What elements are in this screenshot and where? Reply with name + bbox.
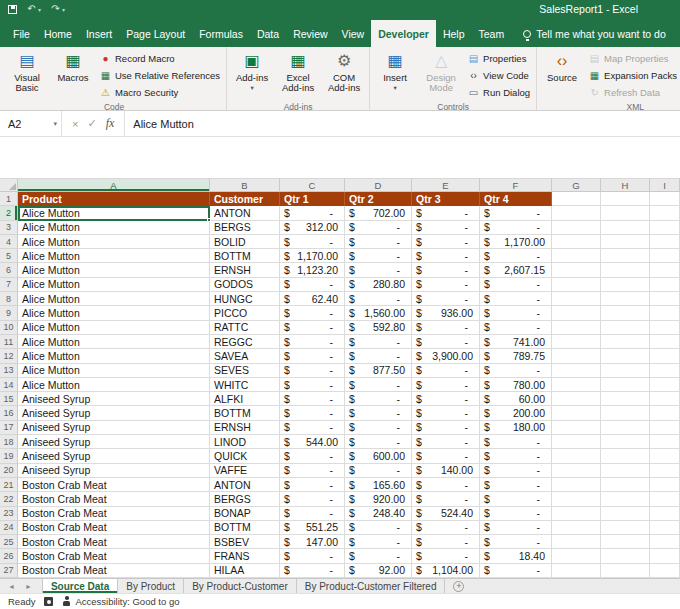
- cell-A8[interactable]: Alice Mutton: [18, 292, 210, 306]
- ribbon-tab-help[interactable]: Help: [436, 20, 472, 47]
- cell-D21[interactable]: $165.60: [345, 478, 412, 492]
- cell-D19[interactable]: $600.00: [345, 449, 412, 463]
- cell-I3[interactable]: [650, 221, 680, 235]
- row-header-27[interactable]: 27: [0, 564, 18, 578]
- cell-C9[interactable]: $-: [280, 306, 345, 320]
- cell-G24[interactable]: [552, 521, 601, 535]
- column-header-B[interactable]: B: [210, 178, 280, 192]
- cell-F12[interactable]: $789.75: [480, 349, 552, 363]
- cell-H17[interactable]: [601, 421, 650, 435]
- cell-F22[interactable]: $-: [480, 492, 552, 506]
- cell-I21[interactable]: [650, 478, 680, 492]
- tell-me-box[interactable]: Tell me what you want to do: [523, 28, 666, 40]
- cell-A17[interactable]: Aniseed Syrup: [18, 421, 210, 435]
- cell-A19[interactable]: Aniseed Syrup: [18, 449, 210, 463]
- column-header-G[interactable]: G: [552, 178, 601, 192]
- accessibility-status[interactable]: Accessibility: Good to go: [62, 596, 179, 607]
- cell-E4[interactable]: $-: [412, 235, 480, 249]
- cell-G13[interactable]: [552, 364, 601, 378]
- cell-D23[interactable]: $248.40: [345, 507, 412, 521]
- cell-G27[interactable]: [552, 564, 601, 578]
- sheet-nav-left-icon[interactable]: ◄: [8, 583, 15, 590]
- macro-security-button[interactable]: ⚠Macro Security: [96, 84, 224, 101]
- cancel-icon[interactable]: ×: [72, 118, 78, 130]
- cell-C23[interactable]: $-: [280, 507, 345, 521]
- row-header-23[interactable]: 23: [0, 507, 18, 521]
- view-code-button[interactable]: ‹›View Code: [464, 67, 534, 84]
- cell-G11[interactable]: [552, 335, 601, 349]
- cell-E19[interactable]: $-: [412, 449, 480, 463]
- cell-B17[interactable]: ERNSH: [210, 421, 280, 435]
- cell-G20[interactable]: [552, 464, 601, 478]
- row-header-2[interactable]: 2: [0, 206, 18, 220]
- cell-F5[interactable]: $-: [480, 249, 552, 263]
- cell-G19[interactable]: [552, 449, 601, 463]
- cell-H20[interactable]: [601, 464, 650, 478]
- cell-D18[interactable]: $-: [345, 435, 412, 449]
- cell-E14[interactable]: $-: [412, 378, 480, 392]
- undo-button[interactable]: ↶▾: [26, 4, 41, 14]
- cell-F6[interactable]: $2,607.15: [480, 263, 552, 277]
- cell-I6[interactable]: [650, 263, 680, 277]
- cell-G25[interactable]: [552, 535, 601, 549]
- refresh-data-button[interactable]: ↻Refresh Data: [585, 84, 680, 101]
- row-header-10[interactable]: 10: [0, 321, 18, 335]
- column-header-D[interactable]: D: [345, 178, 412, 192]
- cell-B9[interactable]: PICCO: [210, 306, 280, 320]
- cell-B24[interactable]: BOTTM: [210, 521, 280, 535]
- cell-C7[interactable]: $-: [280, 278, 345, 292]
- cell-G3[interactable]: [552, 221, 601, 235]
- row-header-26[interactable]: 26: [0, 549, 18, 563]
- cell-B27[interactable]: HILAA: [210, 564, 280, 578]
- cell-D8[interactable]: $-: [345, 292, 412, 306]
- cell-F4[interactable]: $1,170.00: [480, 235, 552, 249]
- name-box[interactable]: A2 ▾: [0, 111, 62, 136]
- cell-D16[interactable]: $-: [345, 406, 412, 420]
- cell-D13[interactable]: $877.50: [345, 364, 412, 378]
- cell-E18[interactable]: $-: [412, 435, 480, 449]
- com-add-ins-button[interactable]: ⚙COM Add-ins: [321, 48, 367, 102]
- cell-A10[interactable]: Alice Mutton: [18, 321, 210, 335]
- cell-F17[interactable]: $180.00: [480, 421, 552, 435]
- cell-I25[interactable]: [650, 535, 680, 549]
- cell-D9[interactable]: $1,560.00: [345, 306, 412, 320]
- cell-H2[interactable]: [601, 206, 650, 220]
- sheet-tab-source-data[interactable]: Source Data: [42, 579, 118, 593]
- cell-F1[interactable]: Qtr 4: [480, 192, 552, 206]
- cell-A9[interactable]: Alice Mutton: [18, 306, 210, 320]
- cell-A1[interactable]: Product: [18, 192, 210, 206]
- cell-D24[interactable]: $-: [345, 521, 412, 535]
- cell-E7[interactable]: $-: [412, 278, 480, 292]
- ribbon-tab-formulas[interactable]: Formulas: [192, 20, 250, 47]
- column-header-C[interactable]: C: [280, 178, 345, 192]
- row-header-13[interactable]: 13: [0, 364, 18, 378]
- source-button[interactable]: ‹›Source: [539, 48, 585, 102]
- cell-D1[interactable]: Qtr 2: [345, 192, 412, 206]
- cell-E15[interactable]: $-: [412, 392, 480, 406]
- column-header-I[interactable]: I: [650, 178, 680, 192]
- column-header-F[interactable]: F: [480, 178, 552, 192]
- cell-B6[interactable]: ERNSH: [210, 263, 280, 277]
- ribbon-tab-team[interactable]: Team: [472, 20, 512, 47]
- excel-add-ins-button[interactable]: ▦Excel Add-ins: [275, 48, 321, 102]
- cell-H12[interactable]: [601, 349, 650, 363]
- cell-G7[interactable]: [552, 278, 601, 292]
- cell-F11[interactable]: $741.00: [480, 335, 552, 349]
- cell-C22[interactable]: $-: [280, 492, 345, 506]
- ribbon-tab-page-layout[interactable]: Page Layout: [119, 20, 192, 47]
- ribbon-tab-insert[interactable]: Insert: [79, 20, 119, 47]
- use-relative-references-button[interactable]: ▦Use Relative References: [96, 67, 224, 84]
- cell-F24[interactable]: $-: [480, 521, 552, 535]
- cell-B22[interactable]: BERGS: [210, 492, 280, 506]
- row-header-14[interactable]: 14: [0, 378, 18, 392]
- cell-A22[interactable]: Boston Crab Meat: [18, 492, 210, 506]
- cell-D2[interactable]: $702.00: [345, 206, 412, 220]
- cell-H25[interactable]: [601, 535, 650, 549]
- cell-H9[interactable]: [601, 306, 650, 320]
- cell-D7[interactable]: $280.80: [345, 278, 412, 292]
- cell-A23[interactable]: Boston Crab Meat: [18, 507, 210, 521]
- cell-F21[interactable]: $-: [480, 478, 552, 492]
- visual-basic-button[interactable]: ▤Visual Basic: [4, 48, 50, 102]
- cell-F8[interactable]: $-: [480, 292, 552, 306]
- cell-I18[interactable]: [650, 435, 680, 449]
